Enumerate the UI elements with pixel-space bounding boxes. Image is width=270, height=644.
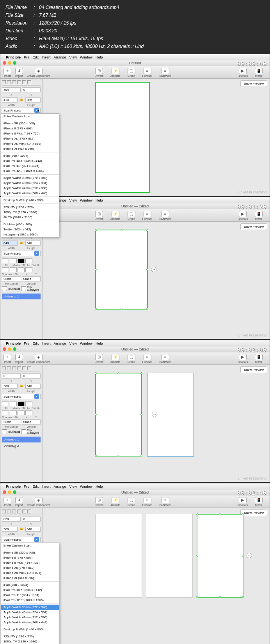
lock-icon[interactable]: 🔒 [20, 527, 23, 532]
maximize-button[interactable] [13, 490, 16, 494]
preset-ipad-129[interactable]: iPad Pro 12.9" (1024 x 1366) [1, 168, 59, 173]
preset-custom[interactable]: Enter Custom Size... [1, 543, 59, 548]
transition-arrow-icon[interactable]: → [247, 553, 252, 558]
preset-ipad-129[interactable]: iPad Pro 12.9" (1024 x 1366) [1, 598, 59, 603]
close-button[interactable] [3, 347, 6, 351]
fill-swatch[interactable] [2, 258, 9, 263]
preset-aw38[interactable]: Apple Watch 38mm (272 x 340) [1, 175, 59, 180]
align-icon[interactable] [2, 80, 6, 84]
shadow-input[interactable] [2, 267, 9, 272]
preset-aw40[interactable]: Apple Watch 40mm (324 x 394) [1, 610, 59, 615]
preset-aw42[interactable]: Apple Watch 42mm (312 x 390) [1, 615, 59, 620]
preset-iphone-xr[interactable]: iPhone Xr (414 x 896) [1, 575, 59, 580]
shadow-x-input[interactable] [18, 267, 25, 272]
preset-iphone-se[interactable]: iPhone SE (320 x 568) [1, 121, 59, 126]
y-input[interactable]: 0 [22, 373, 41, 379]
canvas[interactable]: Show Preview → [43, 508, 270, 644]
x-input[interactable]: 820 [2, 517, 21, 522]
preset-aw44[interactable]: Apple Watch 44mm (368 x 448) [1, 191, 59, 196]
group-button[interactable]: ▢ [128, 497, 135, 503]
artboard-1[interactable] [95, 514, 142, 598]
menu-file[interactable]: File [24, 55, 30, 59]
fill-swatch[interactable] [2, 402, 9, 406]
preset-aw44[interactable]: Apple Watch 44mm (368 x 448) [1, 620, 59, 625]
menu-arrange[interactable]: Arrange [54, 485, 66, 488]
show-preview-button[interactable]: Show Preview [240, 80, 267, 87]
size-presets-dropdown[interactable]: Size Presets ▾ [2, 251, 41, 256]
menu-window[interactable]: Window [80, 341, 92, 345]
forward-button[interactable]: ≡ [144, 497, 151, 503]
preset-iphone-xsm[interactable]: iPhone Xs Max (414 x 896) [1, 141, 59, 146]
preset-1080p[interactable]: 1080p TV (1920 x 1080) [1, 639, 59, 644]
width-input[interactable]: 414 [2, 97, 18, 103]
align-icon[interactable] [12, 366, 16, 370]
height-input[interactable]: 640 [25, 241, 41, 246]
preset-iphone-xsm[interactable]: iPhone Xs Max (414 x 896) [1, 570, 59, 575]
artboard[interactable] [95, 82, 150, 193]
artboard-1[interactable] [95, 230, 148, 310]
y-input[interactable]: 0 [22, 517, 41, 522]
animate-button[interactable]: ⚡ [112, 354, 119, 360]
show-preview-button[interactable]: Show Preview [240, 510, 267, 516]
align-icon[interactable] [7, 366, 11, 370]
canvas[interactable]: Show Preview → Linked in Learning [43, 365, 270, 482]
preset-ipad[interactable]: iPad (768 x 1024) [1, 153, 59, 158]
menu-help[interactable]: Help [96, 55, 103, 59]
lock-icon[interactable]: 🔒 [20, 384, 23, 389]
tutorials-button[interactable]: ▶ [239, 497, 247, 503]
show-preview-button[interactable]: Show Preview [240, 223, 267, 230]
preset-aw42[interactable]: Apple Watch 42mm (312 x 390) [1, 186, 59, 191]
align-icon[interactable] [17, 80, 21, 84]
animate-button[interactable]: ⚡ [112, 68, 119, 74]
backward-button[interactable]: ≡ [162, 354, 169, 360]
menu-insert[interactable]: Insert [42, 55, 51, 59]
blur-input[interactable] [10, 410, 17, 415]
group-button[interactable]: ▢ [128, 68, 135, 74]
lock-icon[interactable]: 🔒 [20, 97, 23, 103]
app-menu[interactable]: Principle [6, 341, 21, 345]
mirror-button[interactable]: 📱 [255, 211, 263, 217]
group-button[interactable]: ▢ [128, 211, 135, 217]
insert-button[interactable]: + [4, 497, 11, 503]
size-presets-dropdown[interactable]: Size Presets ▾ [2, 394, 41, 399]
menu-arrange[interactable]: Arrange [54, 341, 66, 345]
drivers-button[interactable]: ⊞ [95, 497, 103, 503]
clip-checkbox[interactable] [21, 429, 26, 434]
layer-artboard-1[interactable]: Artboard 1 [2, 437, 41, 442]
y-input[interactable]: 0 [22, 87, 41, 92]
touchable-checkbox[interactable] [2, 429, 7, 434]
preset-iphone-8p[interactable]: iPhone 8 Plus (414 x 736) [1, 131, 59, 136]
align-icon[interactable] [2, 366, 6, 370]
mirror-button[interactable]: 📱 [255, 497, 263, 503]
minimize-button[interactable] [8, 61, 11, 65]
width-input[interactable] [25, 258, 32, 263]
artboard-3[interactable] [197, 514, 243, 598]
menu-view[interactable]: View [69, 485, 77, 488]
preset-iphone-xs[interactable]: iPhone Xs (375 x 812) [1, 136, 59, 141]
x-input[interactable]: 404 [2, 87, 21, 92]
vertical-select[interactable]: Static [22, 419, 41, 425]
maximize-button[interactable] [13, 61, 16, 65]
preset-ipad-105[interactable]: iPad Pro 10.5" (834 x 1112) [1, 587, 59, 593]
import-button[interactable]: ⬇ [15, 497, 23, 503]
width-input[interactable]: 640 [2, 241, 18, 246]
group-button[interactable]: ▢ [128, 354, 135, 360]
tutorials-button[interactable]: ▶ [239, 354, 247, 360]
align-icon[interactable] [2, 510, 6, 513]
x-input[interactable]: 0 [2, 373, 21, 379]
preset-iphone-xs[interactable]: iPhone Xs (375 x 812) [1, 565, 59, 570]
tutorials-button[interactable]: ▶ [239, 211, 247, 217]
preset-desktop[interactable]: Desktop & Web (1440 x 900) [1, 198, 59, 203]
menu-help[interactable]: Help [96, 485, 103, 488]
show-preview-button[interactable]: Show Preview [240, 366, 267, 373]
import-button[interactable]: ⬇ [15, 68, 23, 74]
vertical-select[interactable]: Static [22, 276, 41, 281]
align-icon[interactable] [17, 510, 21, 513]
menu-insert[interactable]: Insert [42, 341, 51, 345]
horizontal-select[interactable]: Static [2, 276, 21, 281]
transition-arrow-icon[interactable]: → [151, 267, 156, 272]
size-presets-dropdown[interactable]: Size Presets ▾ Enter Custom Size... iPho… [2, 537, 41, 542]
menu-edit[interactable]: Edit [33, 485, 39, 488]
preset-twitter[interactable]: Twitter (1024 x 512) [1, 227, 59, 232]
preset-iphone-xr[interactable]: iPhone Xr (414 x 896) [1, 146, 59, 151]
